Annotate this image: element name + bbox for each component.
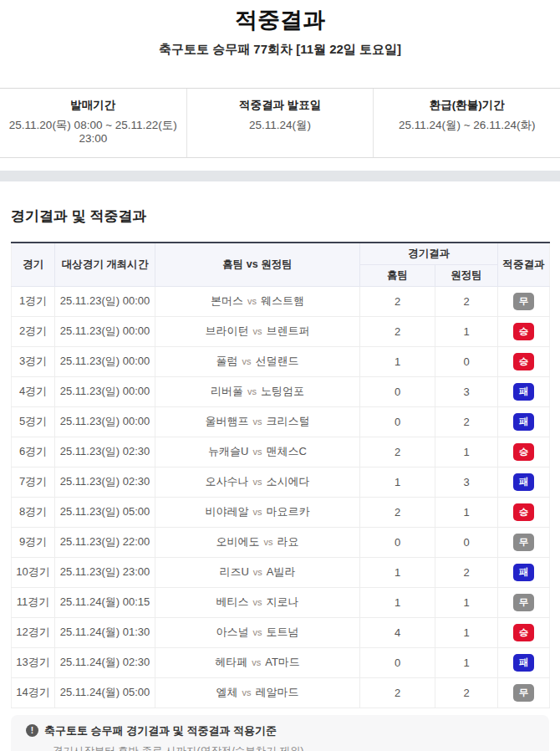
hit-result-cell: 패 <box>498 647 550 677</box>
teams-cell: 리버풀vs노팅엄포 <box>155 376 360 406</box>
away-team: 라요 <box>277 535 299 548</box>
table-row: 4경기 25.11.23(일) 00:00 리버풀vs노팅엄포 0 3 패 <box>12 376 550 406</box>
vs-label: vs <box>253 326 262 336</box>
hit-result-cell: 패 <box>498 376 550 406</box>
hit-result-cell: 승 <box>498 497 550 527</box>
teams-cell: 리즈UvsA빌라 <box>155 557 360 587</box>
teams-cell: 아스널vs토트넘 <box>155 617 360 647</box>
away-team: 브렌트퍼 <box>267 324 310 337</box>
hit-result-cell: 승 <box>498 617 550 647</box>
criteria-note-box: ! 축구토토 승무패 경기결과 및 적중결과 적용기준 - 경기시작부터 후반 … <box>11 715 549 751</box>
vs-label: vs <box>242 356 252 366</box>
info-label: 환급(환불)기간 <box>374 99 560 112</box>
home-team: 헤타페 <box>215 656 247 668</box>
result-badge: 패 <box>513 413 534 431</box>
result-badge: 패 <box>513 654 534 672</box>
away-score: 2 <box>435 677 498 708</box>
match-time: 25.11.23(일) 00:00 <box>55 346 155 376</box>
hit-result-cell: 무 <box>498 286 550 316</box>
results-section-title: 경기결과 및 적중결과 <box>11 208 549 225</box>
match-time: 25.11.23(일) 00:00 <box>55 286 155 316</box>
home-team: 울버햄프 <box>206 415 249 427</box>
away-team: 지로나 <box>267 595 299 608</box>
away-score: 2 <box>435 286 498 316</box>
home-score: 0 <box>360 406 435 437</box>
sale-info-bar: 발매기간 25.11.20(목) 08:00 ~ 25.11.22(토) 23:… <box>0 88 560 158</box>
col-header-result-group: 경기결과 <box>360 243 498 264</box>
note-title: 축구토토 승무패 경기결과 및 적중결과 적용기준 <box>44 724 277 738</box>
home-score: 1 <box>360 467 435 497</box>
vs-label: vs <box>253 416 262 427</box>
hit-result-cell: 무 <box>498 587 550 617</box>
match-time: 25.11.23(일) 00:00 <box>55 406 155 437</box>
info-value: 25.11.24(월) ~ 26.11.24(화) <box>374 119 560 132</box>
table-row: 1경기 25.11.23(일) 00:00 본머스vs웨스트햄 2 2 무 <box>12 286 550 316</box>
home-score: 0 <box>360 647 435 677</box>
home-team: 리버풀 <box>211 385 243 397</box>
home-team: 브라이턴 <box>206 324 249 337</box>
match-number: 3경기 <box>12 346 55 376</box>
col-header-time: 대상경기 개최시간 <box>55 243 155 286</box>
away-team: 웨스트햄 <box>261 294 304 307</box>
home-score: 1 <box>360 346 435 376</box>
away-team: 소시에다 <box>267 475 310 488</box>
match-number: 1경기 <box>12 286 55 316</box>
table-row: 14경기 25.11.24(월) 05:00 엘체vs레알마드 2 2 무 <box>12 677 550 708</box>
teams-cell: 엘체vs레알마드 <box>155 677 360 708</box>
home-team: 오비에도 <box>216 535 260 548</box>
away-team: 노팅엄포 <box>261 385 304 397</box>
teams-cell: 울버햄프vs크리스털 <box>155 406 360 437</box>
home-score: 2 <box>360 497 435 527</box>
info-col-refund-period: 환급(환불)기간 25.11.24(월) ~ 26.11.24(화) <box>373 89 560 157</box>
result-badge: 무 <box>513 293 534 310</box>
teams-cell: 브라이턴vs브렌트퍼 <box>155 316 360 346</box>
match-number: 11경기 <box>12 587 55 617</box>
result-badge: 승 <box>513 323 534 340</box>
hit-result-cell: 무 <box>498 677 550 708</box>
match-time: 25.11.24(월) 02:30 <box>55 647 155 677</box>
vs-label: vs <box>253 477 262 487</box>
hit-result-cell: 승 <box>498 437 550 467</box>
match-number: 7경기 <box>12 467 55 497</box>
vs-label: vs <box>247 296 257 306</box>
result-badge: 승 <box>513 503 534 521</box>
match-time: 25.11.23(일) 00:00 <box>55 376 155 406</box>
results-table: 경기 대상경기 개최시간 홈팀 vs 원정팀 경기결과 적중결과 홈팀 원정팀 … <box>11 242 550 708</box>
match-number: 6경기 <box>12 437 55 467</box>
away-score: 2 <box>435 406 498 437</box>
vs-label: vs <box>253 597 262 607</box>
away-team: 선덜랜드 <box>256 355 299 367</box>
table-row: 7경기 25.11.23(일) 02:30 오사수나vs소시에다 1 3 패 <box>12 467 550 497</box>
page-header: 적중결과 축구토토 승무패 77회차 [11월 22일 토요일] <box>0 0 560 56</box>
info-label: 적중결과 발표일 <box>187 99 374 112</box>
teams-cell: 본머스vs웨스트햄 <box>155 286 360 316</box>
hit-result-cell: 무 <box>498 527 550 557</box>
hit-result-cell: 패 <box>498 557 550 587</box>
table-row: 3경기 25.11.23(일) 00:00 풀럼vs선덜랜드 1 0 승 <box>12 346 550 376</box>
match-number: 10경기 <box>12 557 55 587</box>
note-line: - 경기시작부터 후반 종료 시까지(연장전/승부차기 제외) <box>26 745 534 751</box>
away-team: 레알마드 <box>256 686 299 698</box>
col-header-hit: 적중결과 <box>498 243 550 286</box>
teams-cell: 베티스vs지로나 <box>155 587 360 617</box>
away-score: 0 <box>435 346 498 376</box>
table-row: 13경기 25.11.24(월) 02:30 헤타페vsAT마드 0 1 패 <box>12 647 550 677</box>
match-number: 5경기 <box>12 406 55 437</box>
teams-cell: 풀럼vs선덜랜드 <box>155 346 360 376</box>
info-value: 25.11.20(목) 08:00 ~ 25.11.22(토) 23:00 <box>0 119 186 146</box>
home-score: 1 <box>360 587 435 617</box>
away-score: 1 <box>435 587 498 617</box>
away-score: 3 <box>435 376 498 406</box>
result-badge: 패 <box>513 564 534 581</box>
away-score: 3 <box>435 467 498 497</box>
home-team: 본머스 <box>211 294 243 307</box>
home-score: 2 <box>360 286 435 316</box>
home-score: 4 <box>360 617 435 647</box>
match-time: 25.11.24(월) 00:15 <box>55 587 155 617</box>
home-score: 2 <box>360 316 435 346</box>
match-time: 25.11.24(월) 05:00 <box>55 677 155 708</box>
home-team: 비야레알 <box>206 505 249 518</box>
result-badge: 패 <box>513 473 534 491</box>
col-header-home: 홈팀 <box>360 264 435 286</box>
result-badge: 승 <box>513 443 534 461</box>
